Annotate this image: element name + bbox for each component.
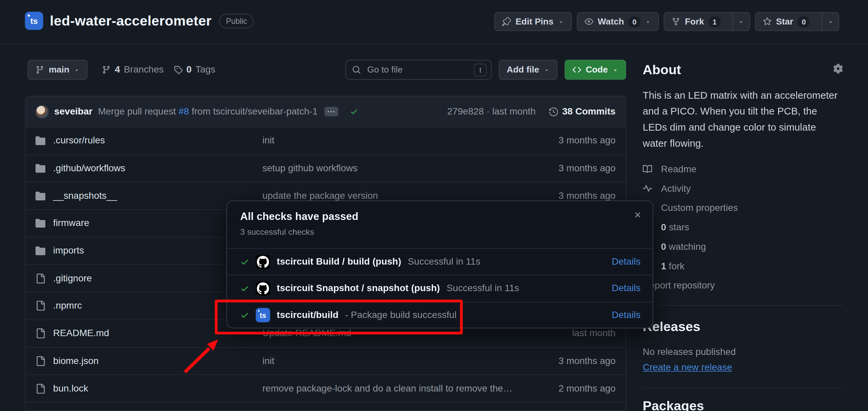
repo-owner-avatar[interactable]: ts bbox=[25, 12, 43, 30]
go-to-file-search[interactable]: t bbox=[346, 60, 492, 80]
sidebar-item-forks[interactable]: 1 fork bbox=[643, 257, 843, 276]
code-icon bbox=[572, 65, 581, 74]
star-dropdown[interactable] bbox=[822, 13, 838, 31]
sidebar-item-custom-properties[interactable]: Custom properties bbox=[643, 198, 843, 217]
star-label: Star bbox=[776, 17, 793, 27]
stars-text: 0 stars bbox=[661, 222, 689, 233]
file-name[interactable]: firmware bbox=[53, 218, 89, 229]
table-row[interactable]: bun.lock remove package-lock and do a cl… bbox=[26, 375, 626, 403]
file-commit-message[interactable]: init bbox=[262, 135, 516, 146]
check-details-link[interactable]: Details bbox=[612, 310, 641, 321]
sidebar-item-stars[interactable]: 0 stars bbox=[643, 217, 843, 237]
table-row[interactable]: biome.json init 3 months ago bbox=[26, 348, 626, 375]
tags-label: Tags bbox=[195, 64, 215, 75]
sidebar-item-report-repository[interactable]: Report repository bbox=[643, 276, 843, 295]
watch-button[interactable]: Watch 0 bbox=[577, 12, 659, 31]
file-commit-message[interactable]: init bbox=[262, 356, 516, 367]
check-name: tscircuit Snapshot / snapshot (push) bbox=[277, 283, 440, 294]
commit-message-branch: from tscircuit/seveibar-patch-1 bbox=[189, 106, 317, 117]
edit-pins-button[interactable]: Edit Pins bbox=[494, 12, 571, 31]
check-row: tscircuit Snapshot / snapshot (push) Suc… bbox=[227, 275, 652, 302]
close-icon[interactable] bbox=[633, 210, 642, 219]
forks-text: 1 fork bbox=[661, 261, 684, 272]
table-row[interactable]: .github/workflows setup github workflows… bbox=[26, 155, 626, 182]
file-name[interactable]: bun.lock bbox=[53, 383, 88, 394]
check-success-icon bbox=[240, 257, 249, 266]
star-icon bbox=[763, 17, 771, 26]
code-button[interactable]: Code bbox=[564, 60, 626, 80]
watch-label: Watch bbox=[598, 17, 624, 27]
file-commit-date: 3 months ago bbox=[516, 190, 616, 202]
commit-author-avatar[interactable] bbox=[36, 105, 49, 119]
commit-author[interactable]: seveibar bbox=[54, 106, 93, 117]
pr-link[interactable]: #8 bbox=[179, 106, 189, 117]
commits-history-link[interactable]: 38 Commits bbox=[549, 106, 616, 117]
tags-link[interactable]: 0 Tags bbox=[174, 64, 215, 75]
watching-count: 0 bbox=[661, 241, 666, 252]
check-status: Successful in 11s bbox=[446, 283, 519, 294]
commit-description-toggle[interactable] bbox=[324, 107, 338, 116]
sidebar-item-readme[interactable]: Readme bbox=[643, 159, 843, 179]
file-icon bbox=[36, 273, 45, 284]
fork-button-group: Fork 1 bbox=[664, 12, 750, 31]
file-name[interactable]: .gitignore bbox=[53, 273, 92, 284]
file-name[interactable]: .npmrc bbox=[53, 300, 82, 312]
file-commit-date: 3 months ago bbox=[516, 356, 616, 367]
commit-sha-time[interactable]: 279e828 · last month bbox=[447, 106, 535, 117]
folder-icon bbox=[36, 218, 45, 228]
tag-icon bbox=[174, 65, 182, 74]
folder-icon bbox=[36, 164, 45, 174]
file-name[interactable]: .cursor/rules bbox=[53, 135, 105, 146]
star-count: 0 bbox=[798, 16, 810, 28]
sidebar-item-watching[interactable]: 0 watching bbox=[643, 237, 843, 257]
red-highlight-box-annotation bbox=[215, 299, 463, 334]
table-row[interactable]: .cursor/rules init 3 months ago bbox=[26, 127, 626, 155]
file-name[interactable]: .github/workflows bbox=[53, 163, 125, 174]
chevron-down-icon bbox=[827, 19, 833, 25]
file-commit-date: 2 months ago bbox=[516, 383, 616, 394]
gear-icon[interactable] bbox=[833, 64, 843, 74]
repo-name[interactable]: led-water-accelerometer bbox=[50, 13, 212, 29]
activity-label: Activity bbox=[661, 183, 691, 194]
repo-actions: Edit Pins Watch 0 Fork 1 St bbox=[494, 12, 839, 31]
branch-name: main bbox=[49, 65, 69, 75]
file-icon bbox=[36, 356, 45, 366]
file-commit-message[interactable]: remove package-lock and do a clean insta… bbox=[262, 383, 516, 394]
stars-label: stars bbox=[669, 222, 689, 232]
branches-link[interactable]: 4 Branches bbox=[102, 64, 164, 75]
commit-message-text: Merge pull request bbox=[98, 106, 179, 117]
github-actions-avatar bbox=[256, 255, 270, 269]
watching-label: watching bbox=[669, 241, 706, 252]
edit-pins-label: Edit Pins bbox=[516, 17, 554, 27]
about-description: This is an LED matrix with an accelerome… bbox=[643, 88, 843, 152]
file-name[interactable]: __snapshots__ bbox=[53, 190, 117, 202]
file-name[interactable]: imports bbox=[53, 245, 84, 257]
repo-header: ts led-water-accelerometer Public Edit P… bbox=[0, 0, 868, 44]
watch-count: 0 bbox=[628, 16, 641, 28]
commit-message[interactable]: Merge pull request #8 from tscircuit/sev… bbox=[98, 106, 318, 117]
add-file-button[interactable]: Add file bbox=[499, 60, 557, 80]
releases-empty-text: No releases published bbox=[643, 347, 843, 358]
create-release-link[interactable]: Create a new release bbox=[643, 362, 733, 373]
sidebar-item-activity[interactable]: Activity bbox=[643, 179, 843, 199]
tags-count: 0 bbox=[186, 64, 192, 75]
commit-time: last month bbox=[492, 106, 535, 117]
file-commit-message[interactable]: update the package version bbox=[262, 190, 516, 202]
fork-dropdown[interactable] bbox=[733, 13, 749, 31]
file-commit-message[interactable]: setup github workflows bbox=[262, 163, 516, 174]
check-details-link[interactable]: Details bbox=[612, 256, 641, 267]
branch-selector[interactable]: main bbox=[28, 60, 88, 80]
releases-title: Releases bbox=[643, 319, 843, 334]
octocat-icon bbox=[257, 256, 269, 268]
fork-button[interactable]: Fork 1 bbox=[664, 13, 728, 31]
chevron-down-icon bbox=[738, 19, 744, 25]
star-button[interactable]: Star 0 bbox=[755, 13, 817, 31]
readme-label: Readme bbox=[661, 164, 696, 175]
file-name[interactable]: biome.json bbox=[53, 356, 99, 367]
forks-label: fork bbox=[669, 261, 685, 271]
search-input[interactable] bbox=[366, 64, 469, 75]
commits-count-label: 38 Commits bbox=[562, 106, 616, 117]
commit-status-check-icon[interactable] bbox=[350, 108, 358, 116]
check-details-link[interactable]: Details bbox=[612, 283, 641, 294]
file-name[interactable]: README.md bbox=[53, 328, 109, 339]
